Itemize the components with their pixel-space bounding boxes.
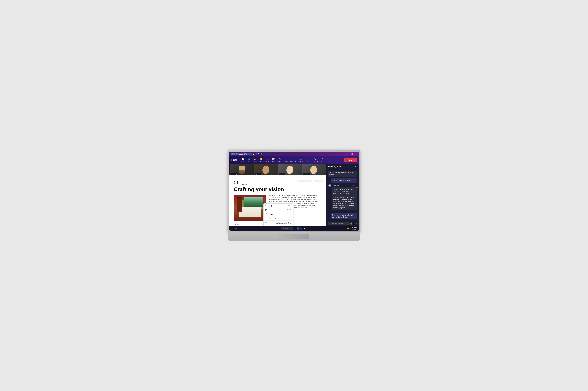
emoji-button[interactable]: 😊 (350, 222, 352, 225)
participant-name-1: Beatriz Melgar (231, 173, 238, 175)
taskbar-edge[interactable]: 🌐 (300, 227, 303, 230)
date-display: 1/22/2025 (352, 229, 357, 230)
weather-condition: Sunny (234, 228, 237, 229)
whiteboard-toolbar-button[interactable]: ▭ Whiteboard (289, 157, 298, 163)
chapter-label: Chapter (241, 184, 247, 185)
chat-toolbar-button[interactable]: 💬 Chat (240, 157, 246, 163)
explorer-icon: 📁 (303, 228, 306, 230)
slide-presentation: 01 Chapter renata@contoso.com / contoso.… (229, 176, 326, 226)
taskbar-explorer[interactable]: 📁 (303, 227, 306, 230)
view-toolbar-button[interactable]: ⊞ View (264, 157, 270, 163)
screen: T 🔍 space 1 / 2 ▲ ▼ ✕ ⚙ ··· ─ (229, 152, 359, 231)
video-thumb-2: Kayla Lewis (254, 164, 278, 175)
network-icon[interactable]: 📶 (347, 228, 349, 229)
chat-message-1-text: I can help set up some time for us to di… (329, 172, 353, 176)
laptop-base (228, 232, 360, 241)
taskbar-widgets[interactable]: 🗺 (293, 227, 296, 230)
add-attachment-button[interactable]: + (353, 222, 354, 225)
taskbar-teams[interactable]: T (297, 227, 299, 230)
view-icon: ⊞ (266, 158, 268, 160)
slide-inner: 01 Chapter renata@contoso.com / contoso.… (229, 176, 326, 226)
system-tray: ^ (346, 228, 347, 229)
laptop: T 🔍 space 1 / 2 ▲ ▼ ✕ ⚙ ··· ─ (228, 150, 360, 241)
email-separator: / (313, 180, 313, 182)
search-down-icon[interactable]: ▼ (256, 153, 257, 155)
renata-mention: Renata, (333, 189, 338, 190)
react-toolbar-button[interactable]: 😊 React (258, 157, 264, 163)
ai-notification-badge: ! (356, 187, 358, 188)
video-thumb-4: Dean Ivanovic (302, 164, 326, 175)
mic-toolbar-button[interactable]: 🎤 Mic (319, 157, 325, 163)
email-tag-2: contoso.com (314, 180, 323, 182)
more-toolbar-button[interactable]: ··· More (304, 157, 310, 163)
context-visual-search[interactable]: 🔍 Visual search with Bing (263, 221, 293, 225)
bing-icon: 🔍 (265, 222, 267, 224)
volume-icon[interactable]: 🔊 (350, 228, 351, 229)
title-search-bar[interactable]: 🔍 space 1 / 2 (235, 153, 252, 155)
raise-hand-icon: ✋ (254, 158, 256, 160)
share-toolbar-button[interactable]: ↑ Share (325, 157, 331, 163)
raise-toolbar-button[interactable]: ✋ Raise (252, 157, 258, 163)
share-icon: ↑ (327, 158, 328, 160)
mic-icon: 🎤 (321, 158, 323, 160)
chat-bubble-1: I can help set up some time for us to di… (328, 171, 357, 177)
context-copy[interactable]: ⎘ Copy Ctrl+C (263, 204, 293, 208)
copilot-toolbar-button[interactable]: ✦ Copilot (283, 157, 289, 163)
notes-toolbar-button[interactable]: 📝 Notes (270, 157, 276, 163)
camera-toolbar-button[interactable]: 📷 Camera (312, 157, 319, 163)
start-button[interactable]: ⊞ (278, 227, 280, 230)
context-blur-left: 🖼 Blur background with Photos (265, 226, 289, 226)
weather-temp: 71°F (231, 228, 233, 229)
taskbar-search-box[interactable]: 🔍 Search (281, 227, 293, 230)
context-open-left: ↩ Open with (265, 217, 276, 219)
toolbar-timer-section: 22:06 (231, 159, 239, 161)
context-copy-left: ⎘ Copy (265, 205, 272, 207)
more-options-icon[interactable]: ··· (263, 153, 265, 155)
email-strip: renata@contoso.com / contoso.com (298, 180, 323, 182)
meeting-time: 22:06 (233, 159, 237, 161)
close-button[interactable]: ✕ (354, 153, 357, 155)
slide-title: Crafting your vision (234, 187, 320, 193)
video-thumb-1: Beatriz Melgar (230, 164, 254, 175)
participant-name-3: Joseph Price (278, 173, 285, 175)
search-close-icon[interactable]: ✕ (258, 153, 260, 155)
settings-icon[interactable]: ⚙ (261, 153, 262, 155)
people-toolbar-button[interactable]: 👥 People (246, 157, 252, 163)
context-open-with[interactable]: ↩ Open with › (263, 216, 293, 220)
apps-icon: ⊞ (300, 158, 302, 160)
clock: 7:30 PM 1/22/2025 (352, 227, 357, 230)
search-up-icon[interactable]: ▲ (253, 153, 255, 155)
camera-icon: 📷 (314, 158, 317, 160)
room-painting (244, 197, 263, 207)
copy-label: Copy (268, 205, 272, 206)
avatar-connie: CC (328, 184, 331, 187)
context-share[interactable]: ↗ Share (263, 212, 293, 216)
laptop-trackpad[interactable] (279, 234, 309, 239)
edge-icon: 🌐 (300, 228, 302, 230)
slide-image (234, 195, 266, 221)
save-icon: 💾 (265, 209, 267, 211)
minimize-button[interactable]: ─ (347, 153, 350, 155)
send-message-button[interactable]: ➤ (355, 222, 357, 225)
apps-toolbar-button[interactable]: ⊞ Apps (298, 157, 304, 163)
blur-icon: 🖼 (265, 226, 267, 226)
chat-time-self: 2:21 PM (328, 211, 357, 213)
chat-message-input[interactable]: Type a new message (328, 222, 349, 225)
maximize-button[interactable]: □ (351, 153, 353, 155)
save-shortcut: Ctrl+S (287, 209, 291, 210)
windows-logo-icon: ⊞ (278, 227, 280, 230)
chat-close-button[interactable]: ✕ (355, 165, 356, 168)
taskbar-search-text: Search (285, 228, 289, 229)
context-save-as[interactable]: 💾 Save as Ctrl+S (263, 208, 293, 212)
context-blur-bg[interactable]: 🖼 Blur background with Photos (263, 225, 293, 226)
rooms-toolbar-button[interactable]: ⬡ Rooms (277, 157, 283, 163)
highlighted-word: space (309, 195, 313, 196)
whiteboard-icon: ▭ (293, 158, 294, 160)
laptop-screen-bezel: T 🔍 space 1 / 2 ▲ ▼ ✕ ⚙ ··· ─ (228, 150, 360, 232)
leave-icon: 📞 (346, 159, 348, 161)
participant-name-2: Kayla Lewis (255, 173, 261, 175)
windows-taskbar: 71°F Sunny ⊞ 🔍 Search 🗺 (229, 226, 359, 231)
context-separator-1 (263, 220, 293, 221)
video-thumb-3: Joseph Price (278, 164, 302, 175)
leave-button[interactable]: 📞 Leave ▼ (344, 158, 357, 162)
